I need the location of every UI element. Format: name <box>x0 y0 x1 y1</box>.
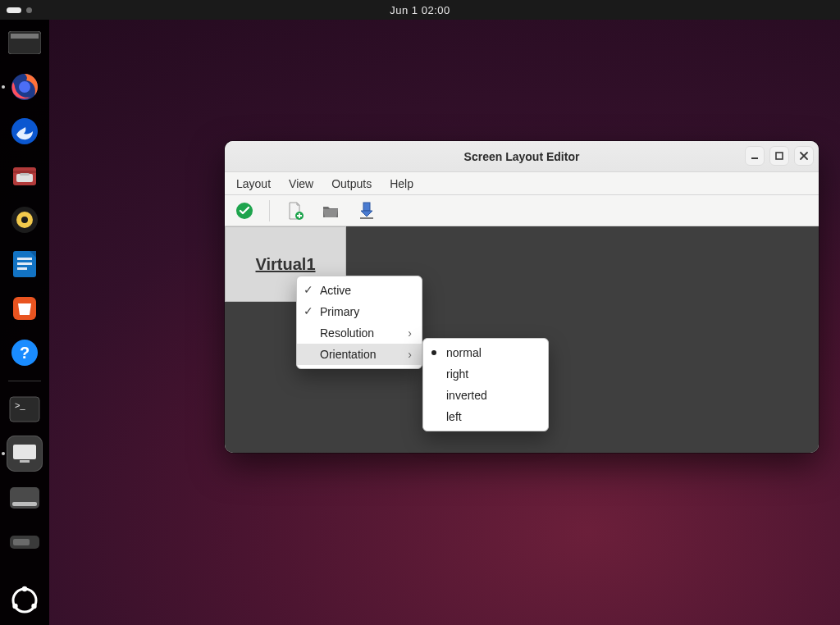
toolbar <box>225 195 819 226</box>
menu-item-label: right <box>446 367 468 381</box>
activities-dot-icon <box>26 7 32 13</box>
svg-text:?: ? <box>20 344 30 362</box>
svg-rect-35 <box>776 153 783 159</box>
check-icon: ✓ <box>304 283 313 296</box>
svg-rect-16 <box>17 262 32 265</box>
menu-item-label: normal <box>446 346 482 359</box>
terminal-icon: >_ <box>8 395 41 423</box>
output-context-menu: ✓ Active ✓ Primary Resolution › Orientat… <box>296 276 422 369</box>
svg-rect-38 <box>363 203 370 211</box>
menu-item-label: Active <box>320 284 351 297</box>
menu-item-label: Resolution <box>320 326 374 340</box>
dock-item-terminal[interactable]: >_ <box>7 391 43 427</box>
orientation-left[interactable]: left <box>423 406 548 427</box>
svg-point-3 <box>19 81 30 93</box>
save-layout-button[interactable] <box>354 198 380 224</box>
dock-item-unknown-app[interactable] <box>7 480 43 516</box>
maximize-icon <box>774 151 784 161</box>
menu-item-active[interactable]: ✓ Active <box>297 280 422 301</box>
shopping-bag-icon <box>8 292 41 325</box>
ubuntu-logo-icon <box>8 584 41 617</box>
clock[interactable]: Jun 1 02:00 <box>390 4 450 16</box>
menu-item-primary[interactable]: ✓ Primary <box>297 301 422 322</box>
folder-open-icon <box>321 201 340 221</box>
dock-item-rhythmbox[interactable] <box>7 202 43 238</box>
menubar: Layout View Outputs Help <box>225 172 819 195</box>
close-icon <box>799 151 809 161</box>
open-layout-button[interactable] <box>317 198 344 224</box>
chevron-right-icon: › <box>408 326 412 340</box>
svg-point-33 <box>31 604 36 609</box>
window-maximize-button[interactable] <box>769 146 789 166</box>
help-icon: ? <box>8 336 41 369</box>
orientation-normal[interactable]: normal <box>423 342 548 363</box>
activities-pill-icon <box>7 7 21 13</box>
apply-check-icon <box>235 202 253 220</box>
minimize-icon <box>750 151 760 161</box>
window-icon <box>8 486 41 510</box>
menu-view[interactable]: View <box>287 176 315 192</box>
dock-item-arandr[interactable] <box>7 436 43 472</box>
svg-point-5 <box>19 126 22 130</box>
dock-item-help[interactable]: ? <box>7 335 43 371</box>
menu-help[interactable]: Help <box>388 176 415 192</box>
svg-rect-24 <box>13 445 36 459</box>
window-title: Screen Layout Editor <box>464 150 580 163</box>
svg-point-32 <box>12 604 17 609</box>
files-icon <box>8 159 41 192</box>
menu-item-label: left <box>446 410 462 423</box>
menu-item-resolution[interactable]: Resolution › <box>297 322 422 344</box>
orientation-right[interactable]: right <box>423 363 548 385</box>
window-minimize-button[interactable] <box>745 146 765 166</box>
svg-point-31 <box>22 586 27 591</box>
svg-point-12 <box>21 217 28 223</box>
check-icon: ✓ <box>304 304 313 317</box>
svg-rect-1 <box>11 34 39 39</box>
menu-item-label: Orientation <box>320 348 376 361</box>
new-document-icon <box>285 201 304 221</box>
svg-rect-17 <box>17 267 27 270</box>
speaker-icon <box>8 203 41 236</box>
dock-item-show-apps[interactable] <box>7 582 43 618</box>
svg-text:>_: >_ <box>15 400 25 410</box>
radio-selected-icon <box>431 350 436 355</box>
svg-rect-29 <box>13 539 30 545</box>
svg-rect-27 <box>12 502 37 506</box>
window-titlebar[interactable]: Screen Layout Editor <box>225 141 819 172</box>
drive-icon <box>8 534 41 550</box>
menu-outputs[interactable]: Outputs <box>330 176 373 192</box>
svg-rect-39 <box>360 217 373 219</box>
svg-rect-25 <box>20 460 30 463</box>
thunderbird-icon <box>8 115 41 148</box>
menu-item-orientation[interactable]: Orientation › <box>297 344 422 365</box>
svg-rect-15 <box>17 258 32 260</box>
new-layout-button[interactable] <box>281 198 308 224</box>
dock-item-firefox[interactable] <box>7 69 43 105</box>
apply-button[interactable] <box>231 198 258 224</box>
window-close-button[interactable] <box>794 146 814 166</box>
output-label: Virtual1 <box>256 255 316 274</box>
orientation-inverted[interactable]: inverted <box>423 385 548 406</box>
dock-item-window-preview[interactable] <box>7 25 43 61</box>
dock: ? >_ <box>0 20 49 625</box>
svg-rect-9 <box>20 173 30 176</box>
activities-button[interactable] <box>7 0 32 20</box>
dock-item-ubuntu-software[interactable] <box>7 290 43 326</box>
display-settings-icon <box>8 440 41 468</box>
menu-item-label: Primary <box>320 305 359 318</box>
firefox-icon <box>8 71 41 103</box>
window-thumbnail-icon <box>8 31 41 54</box>
dock-item-libreoffice-writer[interactable] <box>7 246 43 282</box>
dock-item-files[interactable] <box>7 157 43 194</box>
top-bar: Jun 1 02:00 <box>0 0 840 20</box>
orientation-submenu: normal right inverted left <box>422 338 549 431</box>
menu-item-label: inverted <box>446 389 487 402</box>
save-download-icon <box>358 201 376 221</box>
svg-rect-34 <box>751 157 758 159</box>
chevron-right-icon: › <box>408 348 412 361</box>
dock-item-drive[interactable] <box>7 524 43 560</box>
dock-item-thunderbird[interactable] <box>7 113 43 149</box>
toolbar-separator <box>269 200 270 221</box>
libreoffice-writer-icon <box>8 248 41 281</box>
menu-layout[interactable]: Layout <box>235 176 272 192</box>
